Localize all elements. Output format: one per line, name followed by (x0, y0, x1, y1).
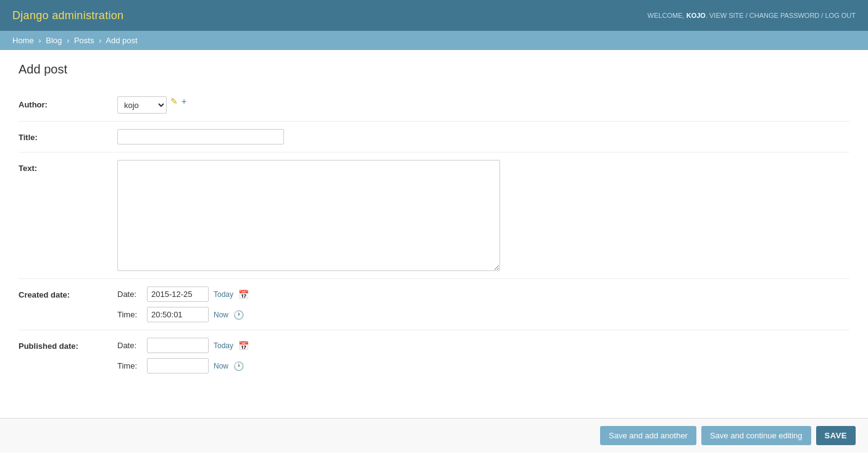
breadcrumb-home[interactable]: Home (12, 36, 34, 45)
author-add-icon[interactable]: + (182, 96, 186, 106)
save-and-continue-button[interactable]: Save and continue editing (701, 426, 811, 445)
breadcrumb-separator-2: › (67, 36, 69, 45)
created-date-input[interactable] (147, 286, 209, 302)
title-row: Title: (19, 121, 849, 152)
view-site-link[interactable]: VIEW SITE (709, 12, 744, 19)
breadcrumb-separator-1: › (38, 36, 41, 45)
author-row: Author: kojo ✎ + (19, 89, 849, 121)
header: Django administration WELCOME, KOJO. VIE… (0, 0, 868, 31)
published-date-sublabel: Date: (117, 341, 142, 350)
form-footer: Save and add another Save and continue e… (0, 418, 868, 453)
created-time-now-link[interactable]: Now (214, 311, 228, 319)
save-and-add-button[interactable]: Save and add another (600, 426, 696, 445)
username: KOJO (686, 12, 706, 19)
created-date-calendar-icon[interactable]: 📅 (238, 290, 249, 299)
created-time-sublabel: Time: (117, 310, 142, 319)
created-date-field-content: Date: Today 📅 Time: Now 🕐 (117, 286, 849, 322)
author-edit-icon[interactable]: ✎ (170, 96, 178, 106)
created-time-input[interactable] (147, 307, 209, 322)
text-textarea[interactable] (117, 160, 500, 271)
author-select[interactable]: kojo (117, 96, 167, 114)
log-out-link[interactable]: LOG OUT (825, 12, 856, 19)
published-time-input[interactable] (147, 358, 209, 374)
published-date-calendar-icon[interactable]: 📅 (238, 341, 249, 351)
published-time-clock-icon[interactable]: 🕐 (233, 361, 244, 371)
text-field-content (117, 160, 849, 271)
created-date-time-group: Date: Today 📅 Time: Now 🕐 (117, 286, 249, 322)
created-date-label: Created date: (19, 286, 117, 299)
breadcrumbs: Home › Blog › Posts › Add post (0, 31, 868, 50)
created-time-dt-row: Time: Now 🕐 (117, 307, 249, 322)
author-label: Author: (19, 96, 117, 109)
content-area: Add post Author: kojo ✎ + Title: (0, 50, 868, 393)
title-field-content (117, 129, 849, 144)
breadcrumb-current: Add post (106, 36, 137, 45)
published-date-field-content: Date: Today 📅 Time: Now 🕐 (117, 338, 849, 374)
created-date-row: Created date: Date: Today 📅 Time: Now 🕐 (19, 278, 849, 330)
add-post-form: Author: kojo ✎ + Title: Text: (19, 89, 849, 381)
title-input[interactable] (117, 129, 284, 144)
published-time-dt-row: Time: Now 🕐 (117, 358, 249, 374)
published-date-time-group: Date: Today 📅 Time: Now 🕐 (117, 338, 249, 374)
breadcrumb-separator-3: › (99, 36, 101, 45)
save-button[interactable]: SAVE (816, 426, 856, 445)
page-title: Add post (19, 62, 849, 77)
published-date-today-link[interactable]: Today (214, 341, 233, 350)
author-field-content: kojo ✎ + (117, 96, 849, 114)
created-time-clock-icon[interactable]: 🕐 (233, 310, 244, 320)
published-date-dt-row: Date: Today 📅 (117, 338, 249, 353)
breadcrumb-posts[interactable]: Posts (74, 36, 94, 45)
user-tools: WELCOME, KOJO. VIEW SITE / CHANGE PASSWO… (648, 12, 856, 19)
title-label: Title: (19, 129, 117, 142)
author-icons: ✎ + (170, 96, 186, 106)
text-label: Text: (19, 160, 117, 173)
published-time-sublabel: Time: (117, 361, 142, 370)
site-branding: Django administration (12, 9, 123, 22)
text-row: Text: (19, 152, 849, 278)
published-date-row: Published date: Date: Today 📅 Time: Now … (19, 330, 849, 381)
created-date-dt-row: Date: Today 📅 (117, 286, 249, 302)
created-date-today-link[interactable]: Today (214, 290, 233, 299)
breadcrumb-blog[interactable]: Blog (46, 36, 62, 45)
published-time-now-link[interactable]: Now (214, 362, 228, 370)
published-date-input[interactable] (147, 338, 209, 353)
welcome-text: WELCOME, (648, 12, 686, 19)
published-date-label: Published date: (19, 338, 117, 351)
created-date-sublabel: Date: (117, 290, 142, 299)
change-password-link[interactable]: CHANGE PASSWORD (749, 12, 819, 19)
